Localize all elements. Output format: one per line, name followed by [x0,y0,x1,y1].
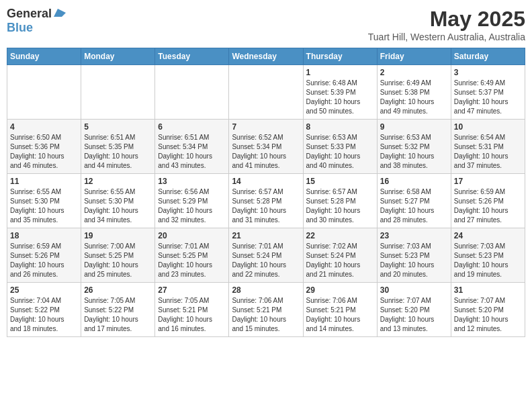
calendar-cell: 1Sunrise: 6:48 AM Sunset: 5:39 PM Daylig… [303,65,377,120]
calendar-cell: 6Sunrise: 6:51 AM Sunset: 5:34 PM Daylig… [155,120,229,174]
calendar-cell: 12Sunrise: 6:55 AM Sunset: 5:30 PM Dayli… [81,174,155,228]
calendar-cell: 22Sunrise: 7:02 AM Sunset: 5:24 PM Dayli… [303,228,377,283]
logo: General Blue [7,7,67,35]
calendar-cell: 25Sunrise: 7:04 AM Sunset: 5:22 PM Dayli… [7,283,81,337]
calendar-cell: 9Sunrise: 6:53 AM Sunset: 5:32 PM Daylig… [377,120,451,174]
calendar-cell: 31Sunrise: 7:07 AM Sunset: 5:20 PM Dayli… [451,283,525,337]
day-info: Sunrise: 7:07 AM Sunset: 5:20 PM Dayligh… [380,296,448,334]
calendar-cell: 27Sunrise: 7:05 AM Sunset: 5:21 PM Dayli… [155,283,229,337]
day-number: 8 [306,122,374,132]
day-info: Sunrise: 7:04 AM Sunset: 5:22 PM Dayligh… [10,296,78,334]
calendar-cell: 14Sunrise: 6:57 AM Sunset: 5:28 PM Dayli… [229,174,303,228]
day-info: Sunrise: 6:55 AM Sunset: 5:30 PM Dayligh… [10,187,78,225]
day-header-thursday: Thursday [303,48,377,65]
calendar-cell: 16Sunrise: 6:58 AM Sunset: 5:27 PM Dayli… [377,174,451,228]
day-number: 21 [232,231,300,240]
calendar-cell: 17Sunrise: 6:59 AM Sunset: 5:26 PM Dayli… [451,174,525,228]
calendar-cell: 5Sunrise: 6:51 AM Sunset: 5:35 PM Daylig… [81,120,155,174]
day-number: 12 [84,177,152,186]
day-number: 28 [232,285,300,295]
day-header-friday: Friday [377,48,451,65]
calendar-cell: 30Sunrise: 7:07 AM Sunset: 5:20 PM Dayli… [377,283,451,337]
day-header-saturday: Saturday [451,48,525,65]
calendar-cell: 24Sunrise: 7:03 AM Sunset: 5:23 PM Dayli… [451,228,525,283]
calendar-table: SundayMondayTuesdayWednesdayThursdayFrid… [7,48,525,337]
day-number: 24 [454,231,522,240]
day-number: 7 [232,122,300,132]
calendar-cell: 10Sunrise: 6:54 AM Sunset: 5:31 PM Dayli… [451,120,525,174]
day-number: 26 [84,285,152,295]
day-info: Sunrise: 6:53 AM Sunset: 5:32 PM Dayligh… [380,133,448,171]
calendar-cell [229,65,303,120]
logo-blue: Blue [7,21,33,34]
day-number: 14 [232,177,300,186]
day-number: 1 [306,68,374,77]
day-info: Sunrise: 7:05 AM Sunset: 5:22 PM Dayligh… [84,296,152,334]
calendar-cell: 7Sunrise: 6:52 AM Sunset: 5:34 PM Daylig… [229,120,303,174]
day-number: 27 [158,285,226,295]
day-info: Sunrise: 7:01 AM Sunset: 5:24 PM Dayligh… [232,242,300,279]
day-info: Sunrise: 7:05 AM Sunset: 5:21 PM Dayligh… [158,296,226,334]
day-info: Sunrise: 6:53 AM Sunset: 5:33 PM Dayligh… [306,133,374,171]
calendar-cell: 18Sunrise: 6:59 AM Sunset: 5:26 PM Dayli… [7,228,81,283]
day-number: 9 [380,122,448,132]
calendar-cell: 2Sunrise: 6:49 AM Sunset: 5:38 PM Daylig… [377,65,451,120]
day-info: Sunrise: 7:06 AM Sunset: 5:21 PM Dayligh… [306,296,374,334]
day-number: 18 [10,231,78,240]
day-number: 6 [158,122,226,132]
day-header-sunday: Sunday [7,48,81,65]
calendar-cell: 13Sunrise: 6:56 AM Sunset: 5:29 PM Dayli… [155,174,229,228]
day-info: Sunrise: 7:03 AM Sunset: 5:23 PM Dayligh… [454,242,522,279]
day-info: Sunrise: 6:50 AM Sunset: 5:36 PM Dayligh… [10,133,78,171]
logo-icon [52,7,67,18]
day-info: Sunrise: 6:58 AM Sunset: 5:27 PM Dayligh… [380,187,448,225]
page-title: May 2025 [368,7,525,32]
day-info: Sunrise: 7:01 AM Sunset: 5:25 PM Dayligh… [158,242,226,279]
day-number: 20 [158,231,226,240]
day-number: 10 [454,122,522,132]
day-info: Sunrise: 6:51 AM Sunset: 5:34 PM Dayligh… [158,133,226,171]
title-block: May 2025 Tuart Hill, Western Australia, … [368,7,525,42]
day-number: 25 [10,285,78,295]
day-header-monday: Monday [81,48,155,65]
logo-general: General [7,7,52,21]
calendar-cell: 15Sunrise: 6:57 AM Sunset: 5:28 PM Dayli… [303,174,377,228]
day-number: 4 [10,122,78,132]
day-header-tuesday: Tuesday [155,48,229,65]
day-number: 31 [454,285,522,295]
calendar-cell: 26Sunrise: 7:05 AM Sunset: 5:22 PM Dayli… [81,283,155,337]
day-number: 22 [306,231,374,240]
calendar-cell [155,65,229,120]
day-info: Sunrise: 6:57 AM Sunset: 5:28 PM Dayligh… [232,187,300,225]
calendar-cell: 8Sunrise: 6:53 AM Sunset: 5:33 PM Daylig… [303,120,377,174]
calendar-cell: 29Sunrise: 7:06 AM Sunset: 5:21 PM Dayli… [303,283,377,337]
day-info: Sunrise: 6:48 AM Sunset: 5:39 PM Dayligh… [306,79,374,116]
day-info: Sunrise: 6:55 AM Sunset: 5:30 PM Dayligh… [84,187,152,225]
page-subtitle: Tuart Hill, Western Australia, Australia [368,32,525,42]
calendar-cell: 3Sunrise: 6:49 AM Sunset: 5:37 PM Daylig… [451,65,525,120]
day-number: 29 [306,285,374,295]
calendar-cell: 23Sunrise: 7:03 AM Sunset: 5:23 PM Dayli… [377,228,451,283]
day-info: Sunrise: 6:52 AM Sunset: 5:34 PM Dayligh… [232,133,300,171]
day-number: 30 [380,285,448,295]
day-number: 19 [84,231,152,240]
day-info: Sunrise: 6:51 AM Sunset: 5:35 PM Dayligh… [84,133,152,171]
day-number: 16 [380,177,448,186]
day-info: Sunrise: 7:02 AM Sunset: 5:24 PM Dayligh… [306,242,374,279]
day-info: Sunrise: 6:54 AM Sunset: 5:31 PM Dayligh… [454,133,522,171]
day-info: Sunrise: 6:59 AM Sunset: 5:26 PM Dayligh… [10,242,78,279]
page-header: General Blue May 2025 Tuart Hill, Wester… [7,7,525,42]
calendar-cell: 28Sunrise: 7:06 AM Sunset: 5:21 PM Dayli… [229,283,303,337]
calendar-cell: 11Sunrise: 6:55 AM Sunset: 5:30 PM Dayli… [7,174,81,228]
calendar-cell [81,65,155,120]
day-number: 17 [454,177,522,186]
day-info: Sunrise: 7:00 AM Sunset: 5:25 PM Dayligh… [84,242,152,279]
day-info: Sunrise: 6:49 AM Sunset: 5:37 PM Dayligh… [454,79,522,116]
day-info: Sunrise: 7:06 AM Sunset: 5:21 PM Dayligh… [232,296,300,334]
day-number: 15 [306,177,374,186]
day-info: Sunrise: 7:03 AM Sunset: 5:23 PM Dayligh… [380,242,448,279]
day-info: Sunrise: 6:56 AM Sunset: 5:29 PM Dayligh… [158,187,226,225]
calendar-cell: 20Sunrise: 7:01 AM Sunset: 5:25 PM Dayli… [155,228,229,283]
day-info: Sunrise: 6:49 AM Sunset: 5:38 PM Dayligh… [380,79,448,116]
day-info: Sunrise: 6:59 AM Sunset: 5:26 PM Dayligh… [454,187,522,225]
